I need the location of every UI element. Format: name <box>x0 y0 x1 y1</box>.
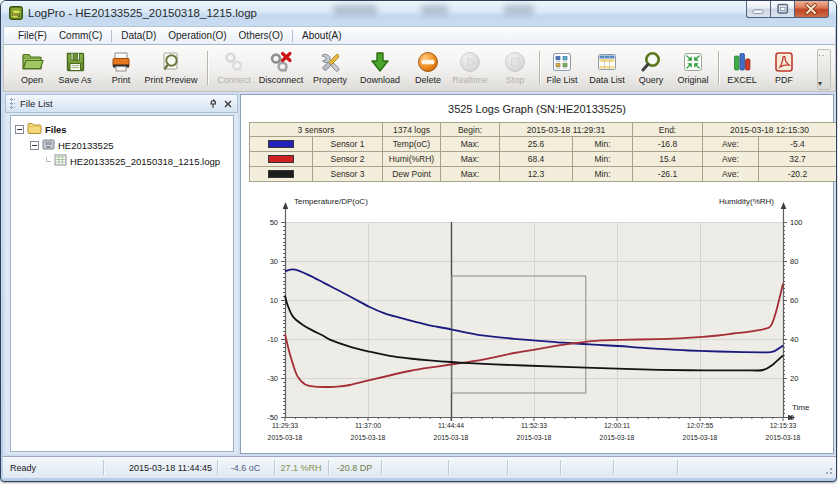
toolbar-overflow-chevron[interactable]: ·· ▾ <box>817 49 831 90</box>
toolbar-button-pdf[interactable]: PDF <box>767 50 801 91</box>
toolbar-label: Download <box>351 75 409 85</box>
toolbar-label: EXCEL <box>723 75 762 85</box>
sensor-color-swatch <box>268 170 294 178</box>
status-separator <box>560 460 561 475</box>
toolbar-button-save-as[interactable]: Save As <box>49 50 100 91</box>
status-cell-11 <box>682 459 827 476</box>
sensor-min-value: 15.4 <box>633 152 703 167</box>
toolbar-label: Data List <box>575 75 639 85</box>
sensor-min-label: Min: <box>573 152 633 167</box>
app-window: log LogPro - HE20133525_20150318_1215.lo… <box>0 0 837 482</box>
tree-node-1[interactable]: Files <box>15 121 67 137</box>
status-cell-5: -20.8 DP <box>333 459 376 476</box>
sensor-color-cell <box>249 152 313 167</box>
toolbar: ·· ▾ Open Save As Print Print Preview Co… <box>3 45 836 92</box>
file-list-panel-header[interactable]: File List <box>5 94 238 113</box>
status-cell-2: 2015-03-18 11:44:45 <box>108 459 212 476</box>
panel-grip <box>10 98 15 110</box>
menu-separator <box>111 30 112 42</box>
menu-item-otherso[interactable]: Others(O) <box>233 28 289 43</box>
toolbar-label: Stop <box>498 75 532 85</box>
summary-end-label: End: <box>633 122 703 137</box>
data-list-icon <box>595 50 619 74</box>
status-separator <box>613 460 614 475</box>
original-icon <box>681 50 705 74</box>
file-list-panel: File List FilesHE20133525HE20133525_2015… <box>5 94 238 454</box>
title-bar[interactable]: log LogPro - HE20133525_20150318_1215.lo… <box>1 1 836 26</box>
logpro-app-icon: log <box>9 6 23 20</box>
file-list-icon <box>550 50 574 74</box>
close-icon[interactable] <box>222 98 234 110</box>
menu-separator <box>292 30 293 42</box>
status-cell-1: Ready <box>10 459 98 476</box>
overflow-dots: ·· <box>818 51 830 60</box>
menu-item-filef[interactable]: File(F) <box>12 28 53 43</box>
toolbar-button-open[interactable]: Open <box>15 50 49 91</box>
menu-item-datad[interactable]: Data(D) <box>115 28 162 43</box>
sensor-ave-label: Ave: <box>703 137 759 152</box>
tree-expander-minus[interactable] <box>15 125 24 134</box>
minimize-button[interactable] <box>746 1 770 18</box>
tree-node-2[interactable]: HE20133525 <box>30 137 113 153</box>
status-separator <box>328 460 329 475</box>
close-button[interactable] <box>795 1 829 18</box>
toolbar-label: Save As <box>49 75 100 85</box>
toolbar-label: Property <box>301 75 359 85</box>
graph-title: 3525 Logs Graph (SN:HE20133525) <box>241 103 833 115</box>
sensor-summary-table: 3 sensors1374 logsBegin:2015-03-18 11:29… <box>249 122 837 183</box>
pdf-icon <box>772 50 796 74</box>
sensor-max-value: 25.6 <box>500 137 573 152</box>
delete-icon <box>416 50 440 74</box>
sensor-ave-label: Ave: <box>703 167 759 182</box>
status-separator <box>507 460 508 475</box>
toolbar-button-realtime: Realtime <box>441 50 499 91</box>
tree-node-label: HE20133525_20150318_1215.logp <box>70 156 220 167</box>
toolbar-button-original[interactable]: Original <box>664 50 722 91</box>
summary-begin-label: Begin: <box>441 122 500 137</box>
menu-item-abouta[interactable]: About(A) <box>296 28 347 43</box>
status-separator <box>448 460 449 475</box>
toolbar-button-download[interactable]: Download <box>351 50 409 91</box>
sensor-name: Sensor 3 <box>313 167 383 182</box>
toolbar-button-excel[interactable]: EXCEL <box>723 50 762 91</box>
sensor-min-value: -26.1 <box>633 167 703 182</box>
blurred-watermark <box>333 5 377 15</box>
status-cell-6 <box>386 459 443 476</box>
tree-expander-minus[interactable] <box>30 141 39 150</box>
status-separator <box>274 460 275 475</box>
query-icon <box>639 50 663 74</box>
maximize-button[interactable] <box>770 1 795 18</box>
file-tree: FilesHE20133525HE20133525_20150318_1215.… <box>10 115 234 452</box>
menu-item-operationo[interactable]: Operation(O) <box>162 28 232 43</box>
sensor-ave-value: -20.2 <box>759 167 837 182</box>
toolbar-button-data-list[interactable]: Data List <box>575 50 639 91</box>
blurred-watermark <box>421 5 448 15</box>
property-icon <box>318 50 342 74</box>
sensor-color-cell <box>249 137 313 152</box>
device-icon <box>42 139 55 152</box>
menu-item-commc[interactable]: Comm(C) <box>53 28 108 43</box>
toolbar-button-property[interactable]: Property <box>301 50 359 91</box>
sensor-color-cell <box>249 167 313 182</box>
pin-icon[interactable] <box>207 98 219 110</box>
folder-icon <box>27 122 42 136</box>
toolbar-label: Realtime <box>441 75 499 85</box>
toolbar-button-stop: Stop <box>498 50 532 91</box>
status-separator <box>103 460 104 475</box>
stop-icon <box>503 50 527 74</box>
summary-end-time: 2015-03-18 12:15:30 <box>703 122 837 137</box>
sensor-min-label: Min: <box>573 167 633 182</box>
tree-node-3[interactable]: HE20133525_20150318_1215.logp <box>42 153 220 169</box>
sensor-name: Sensor 2 <box>313 152 383 167</box>
toolbar-button-print-preview[interactable]: Print Preview <box>127 50 216 91</box>
status-cell-9 <box>565 459 608 476</box>
status-cell-7 <box>453 459 502 476</box>
summary-sensors-count: 3 sensors <box>249 122 383 137</box>
dock-area: File List FilesHE20133525HE20133525_2015… <box>3 92 836 456</box>
sensor-min-value: -16.8 <box>633 137 703 152</box>
sensor-color-swatch <box>268 140 294 148</box>
status-separator <box>677 460 678 475</box>
sensor-type: Humi(%RH) <box>383 152 441 167</box>
overflow-arrow-icon: ▾ <box>818 79 830 88</box>
status-cell-10 <box>618 459 672 476</box>
